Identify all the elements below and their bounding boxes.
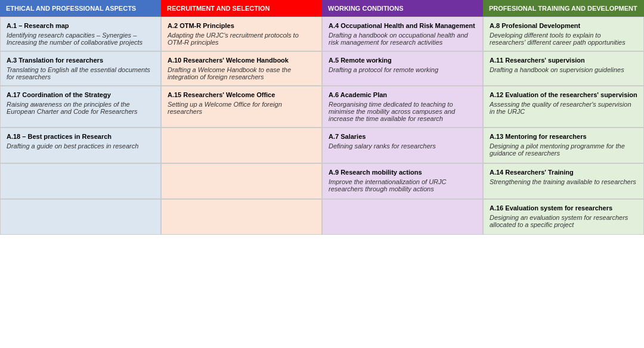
header-cell-2: RECRUITMENT AND SELECTION [161,0,322,17]
cell-desc-r2-c2: Drafting a Welcome Handbook to ease the … [168,66,315,80]
cell-r5-c2 [161,163,322,199]
cell-title-r3-c1: A.17 Coordination of the Strategy [7,91,154,98]
cell-r1-c1: A.1 – Research mapIdentifying research c… [0,17,161,51]
header-cell-3: WORKING CONDITIONS [322,0,483,17]
cell-title-r4-c4: A.13 Mentoring for researchers [490,133,637,140]
cell-r4-c3: A.7 SalariesDefining salary ranks for re… [322,128,483,163]
cell-title-r3-c2: A.15 Researchers' Welcome Office [168,91,315,98]
cell-desc-r3-c2: Setting up a Welcome Office for foreign … [168,101,315,115]
cell-r5-c1 [0,163,161,199]
data-rows: A.1 – Research mapIdentifying research c… [0,17,644,235]
main-table: ETHICAL AND PROFESSIONAL ASPECTSRECRUITM… [0,0,644,235]
cell-title-r4-c3: A.7 Salaries [329,133,476,140]
cell-r3-c2: A.15 Researchers' Welcome OfficeSetting … [161,86,322,128]
header-row: ETHICAL AND PROFESSIONAL ASPECTSRECRUITM… [0,0,644,17]
header-cell-4: PROFESIONAL TRAINING AND DEVELOPMENT [483,0,644,17]
cell-desc-r5-c4: Strengthening the training available to … [490,178,637,185]
cell-r5-c4: A.14 Researchers' TrainingStrengthening … [483,163,644,199]
cell-title-r1-c2: A.2 OTM-R Principles [168,22,315,29]
cell-title-r1-c1: A.1 – Research map [7,22,154,29]
cell-desc-r5-c3: Improve the internationalization of URJC… [329,178,476,192]
cell-title-r3-c4: A.12 Evaluation of the researchers' supe… [490,91,637,98]
cell-r5-c3: A.9 Research mobility actionsImprove the… [322,163,483,199]
cell-r3-c1: A.17 Coordination of the StrategyRaising… [0,86,161,128]
cell-title-r2-c2: A.10 Researchers' Welcome Handbook [168,57,315,64]
cell-desc-r1-c1: Identifying research capacities – Synerg… [7,32,154,46]
cell-title-r5-c3: A.9 Research mobility actions [329,169,476,176]
cell-title-r3-c3: A.6 Academic Plan [329,91,476,98]
cell-title-r2-c1: A.3 Translation for researchers [7,57,154,64]
cell-desc-r2-c3: Drafting a protocol for remote working [329,66,476,73]
cell-r1-c2: A.2 OTM-R PrinciplesAdapting the URJC's … [161,17,322,51]
data-row-6: A.16 Evaluation system for researchersDe… [0,199,644,235]
cell-r3-c4: A.12 Evaluation of the researchers' supe… [483,86,644,128]
cell-r3-c3: A.6 Academic PlanReorganising time dedic… [322,86,483,128]
data-row-1: A.1 – Research mapIdentifying research c… [0,17,644,51]
cell-desc-r4-c4: Designing a pilot mentoring programme fo… [490,142,637,157]
cell-desc-r3-c1: Raising awareness on the principles of t… [7,101,154,115]
cell-desc-r3-c4: Assessing the quality of researcher's su… [490,101,637,115]
cell-desc-r4-c3: Defining salary ranks for researchers [329,142,476,150]
cell-r6-c4: A.16 Evaluation system for researchersDe… [483,199,644,235]
cell-title-r4-c1: A.18 – Best practices in Research [7,133,154,140]
cell-r1-c4: A.8 Profesional DevelopmentDeveloping di… [483,17,644,51]
cell-r2-c1: A.3 Translation for researchersTranslati… [0,51,161,86]
cell-r1-c3: A.4 Occupational Health and Risk Managem… [322,17,483,51]
header-cell-1: ETHICAL AND PROFESSIONAL ASPECTS [0,0,161,17]
cell-desc-r1-c4: Developing different tools to explain to… [490,32,637,46]
data-row-5: A.9 Research mobility actionsImprove the… [0,163,644,199]
cell-r4-c2 [161,128,322,163]
data-row-2: A.3 Translation for researchersTranslati… [0,51,644,86]
cell-title-r2-c4: A.11 Researchers' supervision [490,57,637,64]
cell-desc-r2-c1: Translating to English all the essential… [7,66,154,80]
data-row-4: A.18 – Best practices in ResearchDraftin… [0,128,644,163]
cell-title-r1-c4: A.8 Profesional Development [490,22,637,29]
cell-desc-r1-c3: Drafting a handbook on occupational heal… [329,32,476,46]
cell-r2-c2: A.10 Researchers' Welcome HandbookDrafti… [161,51,322,86]
data-row-3: A.17 Coordination of the StrategyRaising… [0,86,644,128]
cell-desc-r1-c2: Adapting the URJC's recruitment protocol… [168,32,315,46]
cell-r6-c3 [322,199,483,235]
cell-title-r1-c3: A.4 Occupational Health and Risk Managem… [329,22,476,29]
cell-r6-c1 [0,199,161,235]
cell-r6-c2 [161,199,322,235]
cell-desc-r6-c4: Designing an evaluation system for resea… [490,214,637,228]
cell-desc-r2-c4: Drafting a handbook on supervision guide… [490,66,637,73]
cell-r4-c1: A.18 – Best practices in ResearchDraftin… [0,128,161,163]
cell-title-r5-c4: A.14 Researchers' Training [490,169,637,176]
cell-title-r6-c4: A.16 Evaluation system for researchers [490,204,637,212]
cell-r2-c4: A.11 Researchers' supervisionDrafting a … [483,51,644,86]
cell-desc-r4-c1: Drafting a guide on best practices in re… [7,142,154,150]
cell-title-r2-c3: A.5 Remote working [329,57,476,64]
cell-desc-r3-c3: Reorganising time dedicated to teaching … [329,101,476,122]
cell-r2-c3: A.5 Remote workingDrafting a protocol fo… [322,51,483,86]
cell-r4-c4: A.13 Mentoring for researchersDesigning … [483,128,644,163]
